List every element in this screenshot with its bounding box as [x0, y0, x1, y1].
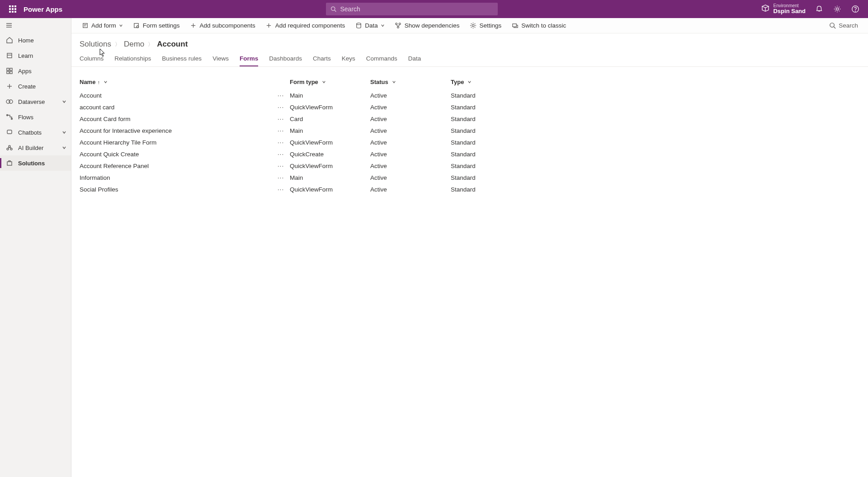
cell-type: Standard	[451, 186, 476, 193]
row-more-button[interactable]: ···	[275, 162, 286, 169]
column-header-name[interactable]: Name ↑	[80, 79, 290, 85]
tab-columns[interactable]: Columns	[80, 51, 104, 66]
app-launcher[interactable]	[4, 0, 22, 18]
cell-name[interactable]: Account Quick Create	[80, 151, 275, 158]
cell-form-type: QuickViewForm	[290, 186, 333, 193]
row-more-button[interactable]: ···	[275, 127, 286, 134]
add-form-button[interactable]: Add form	[78, 18, 127, 33]
cell-name[interactable]: Account Reference Panel	[80, 163, 275, 169]
row-more-button[interactable]: ···	[275, 92, 286, 99]
add-required-button[interactable]: Add required components	[262, 18, 349, 33]
sidebar-collapse-button[interactable]	[0, 18, 71, 33]
svg-line-47	[834, 27, 836, 28]
cell-form-type: Main	[290, 174, 303, 181]
tab-forms[interactable]: Forms	[240, 51, 258, 66]
add-subcomponents-button[interactable]: Add subcomponents	[186, 18, 259, 33]
switch-icon	[511, 22, 519, 29]
tab-dashboards[interactable]: Dashboards	[269, 51, 302, 66]
cell-status: Active	[370, 127, 387, 134]
column-header-form-type[interactable]: Form type	[290, 79, 370, 85]
svg-point-25	[10, 148, 12, 150]
cell-name[interactable]: account card	[80, 104, 275, 111]
svg-point-46	[830, 23, 834, 27]
row-more-button[interactable]: ···	[275, 174, 286, 181]
main: Add form Form settings Add subcomponents…	[71, 18, 868, 477]
row-more-button[interactable]: ···	[275, 186, 286, 193]
row-more-button[interactable]: ···	[275, 139, 286, 146]
environment-picker[interactable]: Environment Dspin Sand	[761, 3, 806, 14]
tab-charts[interactable]: Charts	[313, 51, 331, 66]
cell-form-type: QuickViewForm	[290, 163, 333, 169]
environment-icon	[761, 4, 769, 14]
command-bar: Add form Form settings Add subcomponents…	[71, 18, 868, 33]
top-search-input[interactable]	[340, 5, 493, 13]
top-search[interactable]	[326, 3, 498, 15]
tab-relationships[interactable]: Relationships	[114, 51, 151, 66]
help-button[interactable]	[846, 0, 864, 18]
cell-name[interactable]: Account for Interactive experience	[80, 127, 275, 134]
dataverse-icon	[5, 98, 14, 106]
settings-button[interactable]: Settings	[466, 18, 505, 33]
tab-data[interactable]: Data	[408, 51, 421, 66]
cell-type: Standard	[451, 139, 476, 146]
sidebar-item-apps[interactable]: Apps	[0, 63, 71, 79]
tab-views[interactable]: Views	[212, 51, 229, 66]
row-more-button[interactable]: ···	[275, 115, 286, 122]
breadcrumb-solutions[interactable]: Solutions	[80, 40, 111, 49]
settings-button[interactable]	[828, 0, 846, 18]
chevron-down-icon	[62, 129, 66, 136]
form-settings-button[interactable]: Form settings	[129, 18, 184, 33]
table-row[interactable]: Social Profiles···QuickViewFormActiveSta…	[80, 183, 860, 195]
svg-rect-11	[10, 68, 12, 70]
table-row[interactable]: Account Quick Create···QuickCreateActive…	[80, 148, 860, 160]
table-row[interactable]: Account for Interactive experience···Mai…	[80, 125, 860, 136]
chevron-right-icon: 〉	[148, 41, 153, 48]
notifications-button[interactable]	[810, 0, 828, 18]
table-row[interactable]: Account Card form···CardActiveStandard	[80, 113, 860, 125]
sidebar-item-create[interactable]: Create	[0, 79, 71, 94]
switch-classic-button[interactable]: Switch to classic	[508, 18, 570, 33]
table-row[interactable]: Account···MainActiveStandard	[80, 89, 860, 101]
app-name[interactable]: Power Apps	[24, 5, 62, 13]
sidebar-item-flows[interactable]: Flows	[0, 109, 71, 125]
tab-commands[interactable]: Commands	[366, 51, 397, 66]
waffle-icon	[9, 5, 16, 13]
row-more-button[interactable]: ···	[275, 103, 286, 111]
chevron-right-icon: 〉	[115, 41, 120, 48]
cell-name[interactable]: Account	[80, 92, 275, 99]
svg-point-2	[836, 8, 838, 10]
cell-name[interactable]: Account Hierarchy Tile Form	[80, 139, 275, 146]
svg-line-42	[396, 25, 398, 27]
column-header-type[interactable]: Type	[451, 79, 860, 85]
cell-status: Active	[370, 163, 387, 169]
svg-point-4	[855, 11, 856, 11]
chevron-down-icon	[62, 98, 66, 105]
tab-keys[interactable]: Keys	[342, 51, 355, 66]
cmd-label: Data	[365, 22, 378, 29]
table-row[interactable]: Information···MainActiveStandard	[80, 172, 860, 183]
table-row[interactable]: Account Hierarchy Tile Form···QuickViewF…	[80, 136, 860, 148]
svg-rect-29	[83, 23, 87, 28]
cell-form-type: Main	[290, 92, 303, 99]
breadcrumb-demo[interactable]: Demo	[124, 40, 144, 49]
show-dependencies-button[interactable]: Show dependencies	[391, 18, 463, 33]
cell-name[interactable]: Information	[80, 174, 275, 181]
cell-name[interactable]: Social Profiles	[80, 186, 275, 193]
svg-line-1	[335, 10, 336, 11]
table-row[interactable]: Account Reference Panel···QuickViewFormA…	[80, 160, 860, 172]
table-row[interactable]: account card···QuickViewFormActiveStanda…	[80, 101, 860, 113]
sidebar-item-home[interactable]: Home	[0, 33, 71, 48]
tab-business-rules[interactable]: Business rules	[162, 51, 202, 66]
sidebar-item-solutions[interactable]: Solutions	[0, 155, 71, 171]
column-header-status[interactable]: Status	[370, 79, 451, 85]
data-button[interactable]: Data	[351, 18, 388, 33]
sidebar-item-ai-builder[interactable]: AI Builder	[0, 140, 71, 155]
row-more-button[interactable]: ···	[275, 150, 286, 158]
sidebar-item-learn[interactable]: Learn	[0, 48, 71, 63]
command-search[interactable]: Search	[826, 22, 862, 29]
sidebar-item-chatbots[interactable]: Chatbots	[0, 125, 71, 140]
cell-form-type: Card	[290, 116, 303, 122]
svg-line-27	[9, 147, 11, 148]
sidebar-item-dataverse[interactable]: Dataverse	[0, 94, 71, 109]
cell-name[interactable]: Account Card form	[80, 116, 275, 122]
